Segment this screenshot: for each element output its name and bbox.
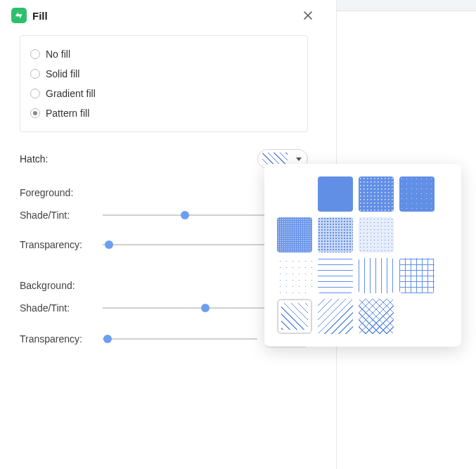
pattern-swatch-diagonal-forward[interactable] xyxy=(277,299,312,334)
pattern-swatch-dots-medium[interactable] xyxy=(399,176,435,212)
radio-label: Solid fill xyxy=(46,68,79,79)
pattern-swatch-horizontal-lines[interactable] xyxy=(318,258,353,293)
pattern-swatch-texture-2[interactable] xyxy=(318,217,353,252)
radio-icon xyxy=(30,49,40,59)
radio-icon xyxy=(30,89,40,98)
pattern-swatch-blank[interactable] xyxy=(277,176,312,212)
radio-no-fill[interactable]: No fill xyxy=(30,44,297,64)
radio-gradient-fill[interactable]: Gradient fill xyxy=(30,84,297,103)
close-icon xyxy=(303,11,313,20)
radio-label: Pattern fill xyxy=(46,108,89,119)
transparency-label: Transparency: xyxy=(20,333,103,345)
radio-icon xyxy=(30,69,40,79)
pattern-swatch-dots-sparse[interactable] xyxy=(277,258,312,293)
pattern-swatch-grid[interactable] xyxy=(399,258,435,293)
background-transparency-slider[interactable] xyxy=(103,332,257,346)
mind-icon xyxy=(14,11,24,20)
pattern-swatch-texture-4[interactable] xyxy=(399,217,435,252)
app-background-strip xyxy=(337,0,476,11)
pattern-picker-popover xyxy=(264,164,461,347)
radio-label: Gradient fill xyxy=(46,88,96,99)
pattern-swatch-cross-hatch[interactable] xyxy=(359,299,394,334)
shade-tint-label: Shade/Tint: xyxy=(20,210,103,221)
pattern-swatch-solid[interactable] xyxy=(318,176,353,212)
transparency-label: Transparency: xyxy=(20,239,103,250)
pattern-swatch-diagonal-backward[interactable] xyxy=(318,299,353,334)
pattern-swatch-texture-3[interactable] xyxy=(359,217,394,252)
radio-label: No fill xyxy=(46,49,70,60)
close-button[interactable] xyxy=(300,7,316,24)
pattern-grid xyxy=(277,176,449,334)
radio-pattern-fill[interactable]: Pattern fill xyxy=(30,103,297,123)
chevron-down-icon xyxy=(296,158,302,161)
fill-type-group: No fill Solid fill Gradient fill Pattern… xyxy=(20,35,308,132)
hatch-label: Hatch: xyxy=(20,153,48,165)
pattern-swatch-vertical-lines[interactable] xyxy=(359,258,394,293)
panel-title: Fill xyxy=(32,10,294,22)
panel-header: Fill xyxy=(11,6,316,31)
pattern-swatch-dots-dense[interactable] xyxy=(359,176,394,212)
shade-tint-label: Shade/Tint: xyxy=(20,302,103,314)
radio-icon xyxy=(30,108,40,118)
radio-solid-fill[interactable]: Solid fill xyxy=(30,64,297,84)
app-icon xyxy=(11,8,27,23)
pattern-swatch-texture-1[interactable] xyxy=(277,217,312,252)
